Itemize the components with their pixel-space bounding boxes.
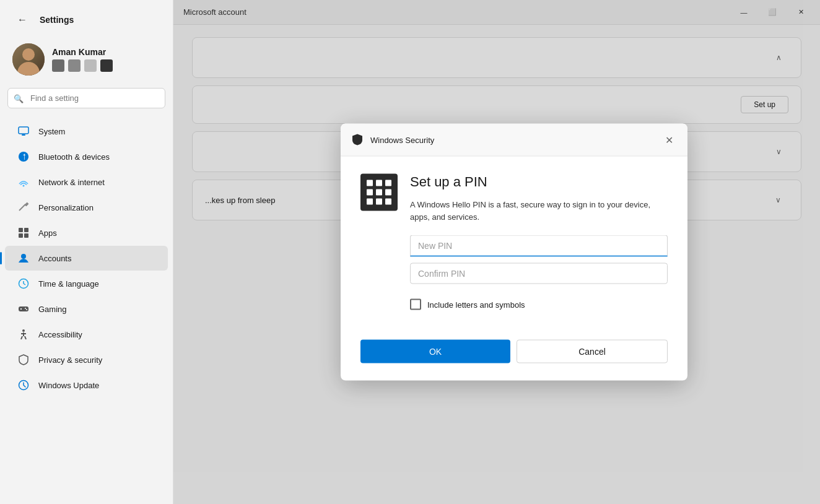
pin-dialog: Windows Security ✕ Set up a PIN A Window… <box>341 124 687 381</box>
gaming-icon <box>17 303 30 315</box>
dot-5 <box>376 189 382 196</box>
back-button[interactable]: ← <box>12 10 32 30</box>
dot-4 <box>367 189 373 196</box>
accessibility-icon <box>17 328 30 341</box>
avatar <box>12 43 45 76</box>
dot-9 <box>385 199 391 205</box>
swatch-3 <box>84 59 97 72</box>
dot-2 <box>376 180 382 186</box>
cancel-button[interactable]: Cancel <box>517 340 668 363</box>
sidebar-item-time[interactable]: Time & language <box>5 271 168 296</box>
svg-line-24 <box>25 336 26 339</box>
sidebar-label-system: System <box>38 127 65 136</box>
svg-rect-6 <box>24 202 28 206</box>
sidebar-header: ← Settings <box>0 0 173 37</box>
accounts-icon <box>17 252 30 264</box>
dot-8 <box>376 199 382 205</box>
svg-rect-8 <box>24 228 28 232</box>
pin-icon-area <box>360 174 398 325</box>
svg-text:⭡: ⭡ <box>21 153 28 160</box>
system-icon <box>17 125 30 137</box>
sidebar-label-privacy: Privacy & security <box>38 355 102 365</box>
user-profile: Aman Kumar <box>0 37 173 83</box>
search-input[interactable] <box>7 88 165 108</box>
privacy-icon <box>17 354 30 366</box>
sidebar-item-personalization[interactable]: Personalization <box>5 195 168 220</box>
sidebar-label-accessibility: Accessibility <box>38 330 82 339</box>
avatar-image <box>12 43 45 76</box>
svg-line-5 <box>19 204 25 211</box>
sidebar-title: Settings <box>40 15 74 25</box>
sidebar-item-apps[interactable]: Apps <box>5 220 168 245</box>
search-box: 🔍 <box>7 88 165 108</box>
sidebar-item-gaming[interactable]: Gaming <box>5 297 168 321</box>
svg-rect-10 <box>24 233 28 238</box>
pin-form-area: Set up a PIN A Windows Hello PIN is a fa… <box>410 174 668 325</box>
pin-dialog-body: Set up a PIN A Windows Hello PIN is a fa… <box>341 157 687 340</box>
user-info: Aman Kumar <box>52 47 113 72</box>
sidebar-item-network[interactable]: Network & internet <box>5 170 168 194</box>
sidebar-item-windows-update[interactable]: Windows Update <box>5 373 168 398</box>
svg-point-11 <box>21 254 26 259</box>
pin-dialog-title-text: Windows Security <box>370 135 434 144</box>
sidebar-item-accounts[interactable]: Accounts <box>5 246 168 271</box>
sidebar-label-gaming: Gaming <box>38 305 67 314</box>
nav-list: System ⭡ Bluetooth & devices Network & i… <box>0 116 173 504</box>
svg-rect-9 <box>19 233 23 238</box>
dot-7 <box>367 199 373 205</box>
personalization-icon <box>17 201 30 214</box>
svg-rect-0 <box>19 127 28 134</box>
svg-line-14 <box>24 284 25 285</box>
sidebar-item-system[interactable]: System <box>5 119 168 144</box>
swatch-2 <box>68 59 81 72</box>
pin-dialog-titlebar: Windows Security ✕ <box>341 124 687 157</box>
svg-rect-1 <box>22 134 25 136</box>
pin-dialog-description: A Windows Hello PIN is a fast, secure wa… <box>410 199 668 223</box>
bluetooth-icon: ⭡ <box>17 150 30 163</box>
sidebar-label-personalization: Personalization <box>38 203 94 212</box>
pin-dialog-close-button[interactable]: ✕ <box>660 131 678 149</box>
sidebar-label-time: Time & language <box>38 279 99 289</box>
include-letters-checkbox[interactable] <box>410 299 421 310</box>
ok-button[interactable]: OK <box>360 340 510 363</box>
sidebar-item-privacy[interactable]: Privacy & security <box>5 347 168 372</box>
new-pin-input[interactable] <box>410 235 668 257</box>
svg-point-4 <box>23 185 25 187</box>
user-name: Aman Kumar <box>52 47 113 57</box>
svg-rect-7 <box>19 228 23 232</box>
dot-1 <box>367 180 373 186</box>
svg-point-19 <box>26 309 27 310</box>
pin-dialog-heading: Set up a PIN <box>410 174 668 190</box>
swatch-4 <box>100 59 113 72</box>
windows-security-shield-icon <box>351 133 364 147</box>
svg-rect-15 <box>19 306 28 311</box>
sidebar-item-accessibility[interactable]: Accessibility <box>5 322 168 347</box>
pin-dialog-title-left: Windows Security <box>351 133 434 147</box>
sidebar-label-apps: Apps <box>38 228 57 238</box>
sidebar-label-accounts: Accounts <box>38 254 71 263</box>
search-icon: 🔍 <box>14 93 24 103</box>
svg-point-18 <box>25 308 26 309</box>
pin-grid-icon <box>360 174 398 211</box>
color-swatches <box>52 59 113 72</box>
network-icon <box>17 176 30 188</box>
swatch-1 <box>52 59 64 72</box>
svg-point-20 <box>22 329 25 332</box>
confirm-pin-input[interactable] <box>410 263 668 284</box>
pin-checkbox-row: Include letters and symbols <box>410 299 668 310</box>
windows-update-icon <box>17 379 30 391</box>
sidebar-item-bluetooth[interactable]: ⭡ Bluetooth & devices <box>5 144 168 169</box>
sidebar: ← Settings Aman Kumar 🔍 System <box>0 0 173 504</box>
sidebar-label-windows-update: Windows Update <box>38 381 99 390</box>
dot-3 <box>385 180 391 186</box>
pin-dialog-footer: OK Cancel <box>341 340 687 381</box>
time-icon <box>17 277 30 290</box>
sidebar-label-network: Network & internet <box>38 178 105 187</box>
svg-line-23 <box>21 336 22 339</box>
include-letters-label: Include letters and symbols <box>427 300 525 309</box>
dot-6 <box>385 189 391 196</box>
apps-icon <box>17 227 30 239</box>
sidebar-label-bluetooth: Bluetooth & devices <box>38 152 110 162</box>
